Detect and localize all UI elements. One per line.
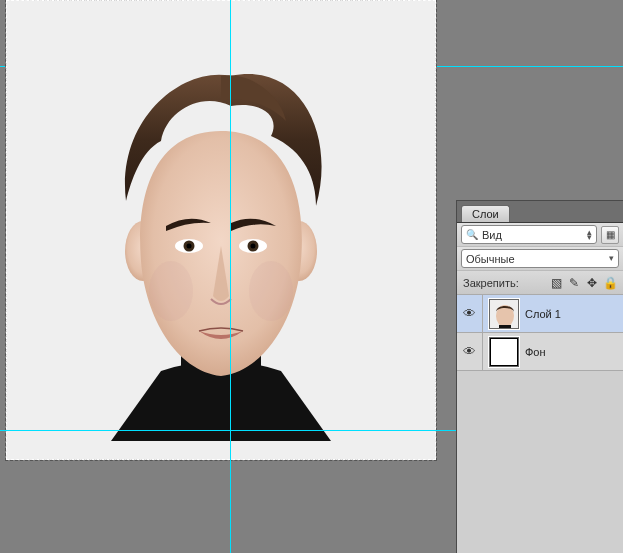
search-icon: 🔍 bbox=[466, 229, 478, 240]
visibility-toggle[interactable]: 👁 bbox=[457, 333, 483, 370]
eye-icon: 👁 bbox=[463, 306, 476, 321]
layer-filter-row: 🔍 Вид ▴▾ ▦ bbox=[457, 223, 623, 247]
tab-layers[interactable]: Слои bbox=[461, 205, 510, 222]
panel-tabbar: Слои bbox=[457, 201, 623, 223]
document-canvas[interactable] bbox=[6, 0, 436, 460]
blend-mode-row: Обычные ▾ bbox=[457, 247, 623, 271]
layer-item[interactable]: 👁 Слой 1 bbox=[457, 295, 623, 333]
layer-item[interactable]: 👁 Фон bbox=[457, 333, 623, 371]
layers-panel: Слои 🔍 Вид ▴▾ ▦ Обычные ▾ Закрепить: ▧ ✎… bbox=[456, 200, 623, 553]
selection-marquee[interactable] bbox=[6, 0, 436, 460]
svg-rect-13 bbox=[499, 325, 511, 329]
lock-pixels-icon[interactable]: ✎ bbox=[567, 276, 581, 290]
guide-vertical-center[interactable] bbox=[230, 0, 231, 553]
visibility-toggle[interactable]: 👁 bbox=[457, 295, 483, 332]
layer-name: Слой 1 bbox=[525, 308, 561, 320]
layer-filter-dropdown[interactable]: 🔍 Вид ▴▾ bbox=[461, 225, 597, 244]
layer-thumbnail[interactable] bbox=[489, 337, 519, 367]
blend-mode-dropdown[interactable]: Обычные ▾ bbox=[461, 249, 619, 268]
layer-thumbnail[interactable] bbox=[489, 299, 519, 329]
dropdown-arrows-icon: ▾ bbox=[609, 256, 614, 261]
dropdown-arrows-icon: ▴▾ bbox=[587, 230, 592, 240]
layer-filter-label: Вид bbox=[482, 229, 502, 241]
eye-icon: 👁 bbox=[463, 344, 476, 359]
lock-transparency-icon[interactable]: ▧ bbox=[549, 276, 563, 290]
layer-list: 👁 Слой 1 👁 Фон bbox=[457, 295, 623, 553]
lock-label: Закрепить: bbox=[463, 277, 519, 289]
lock-all-icon[interactable]: 🔒 bbox=[603, 276, 617, 290]
layer-name: Фон bbox=[525, 346, 546, 358]
lock-row: Закрепить: ▧ ✎ ✥ 🔒 bbox=[457, 271, 623, 295]
lock-position-icon[interactable]: ✥ bbox=[585, 276, 599, 290]
blend-mode-value: Обычные bbox=[466, 253, 515, 265]
filter-pixel-icon[interactable]: ▦ bbox=[601, 226, 619, 244]
